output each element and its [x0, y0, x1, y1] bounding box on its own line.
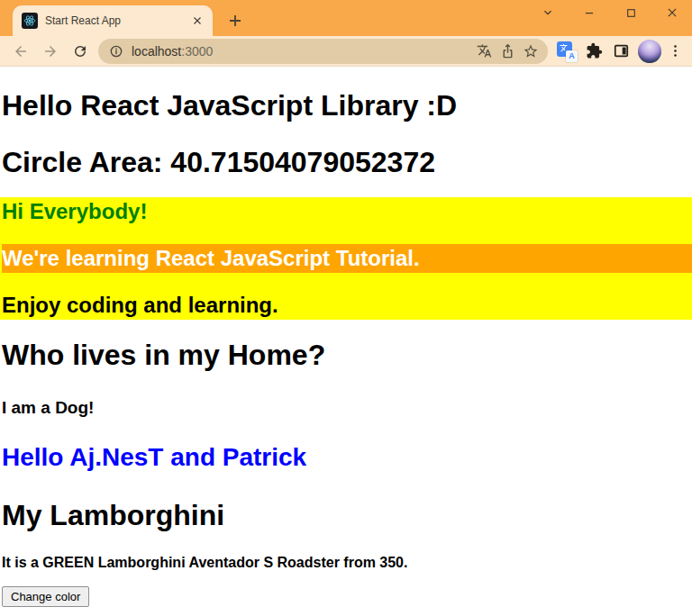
- bookmark-star-icon[interactable]: [519, 40, 542, 63]
- minimize-icon[interactable]: [578, 2, 600, 23]
- browser-window: Start React App: [0, 0, 692, 616]
- tab-close-icon[interactable]: [189, 13, 205, 29]
- text-i-am-a-dog: I am a Dog!: [2, 397, 692, 419]
- react-atom-icon: [22, 13, 38, 29]
- menu-dots-icon[interactable]: [665, 39, 685, 64]
- forward-arrow-icon[interactable]: [39, 40, 62, 63]
- back-arrow-icon[interactable]: [9, 40, 32, 63]
- share-icon[interactable]: [496, 40, 519, 63]
- text-lamborghini-description: It is a GREEN Lamborghini Aventador S Ro…: [2, 554, 692, 572]
- heading-greeting: Hello Aj.NesT and Patrick: [2, 442, 692, 473]
- side-panel-icon[interactable]: [607, 39, 634, 64]
- banner-enjoy: Enjoy coding and learning.: [2, 291, 692, 320]
- url-text: localhost:3000: [132, 44, 472, 59]
- chevron-down-icon[interactable]: [537, 2, 559, 23]
- banner-hi-everybody: Hi Everybody!: [2, 197, 692, 226]
- change-color-button[interactable]: Change color: [2, 586, 89, 607]
- address-bar[interactable]: localhost:3000: [98, 39, 548, 64]
- new-tab-button[interactable]: [223, 9, 247, 32]
- heading-circle-area: Circle Area: 40.71504079052372: [2, 145, 692, 179]
- tab-title: Start React App: [45, 14, 189, 27]
- url-port: :3000: [181, 44, 213, 59]
- browser-toolbar: localhost:3000: [0, 36, 692, 67]
- maximize-icon[interactable]: [620, 2, 642, 23]
- close-icon[interactable]: [661, 2, 683, 23]
- heading-hello-react: Hello React JavaScript Library :D: [2, 88, 692, 122]
- translate-extension-badge: A: [566, 50, 578, 62]
- translate-extension-icon[interactable]: A: [553, 39, 580, 64]
- extensions-puzzle-icon[interactable]: [580, 39, 607, 64]
- banner-learning: We're learning React JavaScript Tutorial…: [2, 244, 692, 273]
- window-controls: [537, 2, 683, 23]
- toolbar-right-cluster: A: [553, 39, 685, 64]
- yellow-banner: Hi Everybody! We're learning React JavaS…: [0, 197, 692, 320]
- url-host: localhost: [132, 44, 181, 59]
- heading-who-lives: Who lives in my Home?: [2, 338, 692, 372]
- profile-avatar[interactable]: [638, 40, 661, 63]
- site-info-icon[interactable]: [109, 44, 123, 59]
- reload-icon[interactable]: [68, 40, 92, 63]
- tab-start-react-app[interactable]: Start React App: [13, 5, 213, 36]
- page-content: Hello React JavaScript Library :D Circle…: [0, 67, 692, 616]
- tab-strip: Start React App: [0, 0, 692, 36]
- heading-my-lamborghini: My Lamborghini: [2, 498, 692, 532]
- translate-page-icon[interactable]: [472, 40, 496, 63]
